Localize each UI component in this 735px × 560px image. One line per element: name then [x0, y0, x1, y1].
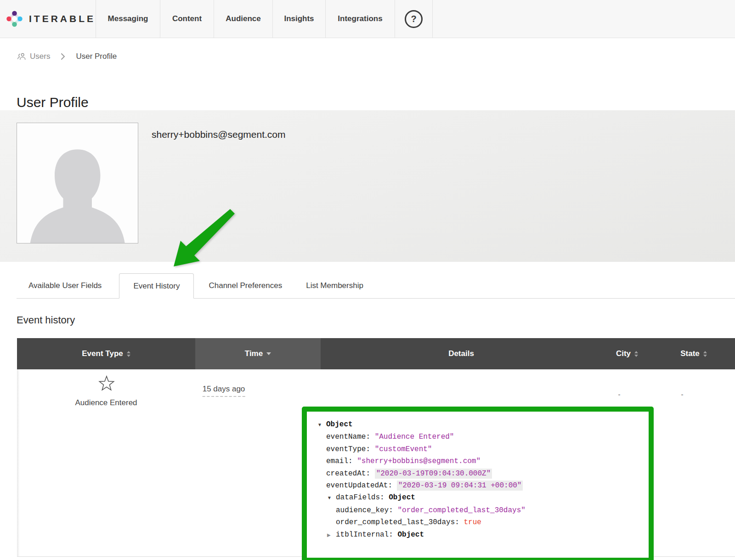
tab-channel-preferences[interactable]: Channel Preferences	[197, 273, 294, 298]
json-bool: true	[464, 518, 481, 526]
column-header-state[interactable]: State	[652, 338, 735, 369]
column-header-city[interactable]: City	[602, 338, 652, 369]
breadcrumb: Users User Profile	[17, 52, 117, 61]
json-obj: Object	[389, 493, 415, 502]
json-key: eventUpdatedAt:	[326, 481, 397, 490]
brand-name: ITERABLE	[29, 13, 96, 24]
json-str: "Audience Entered"	[375, 433, 454, 441]
column-label: Time	[245, 349, 263, 358]
json-line: email: "sherry+bobbins@segment.com"	[317, 455, 645, 467]
json-line: ▼dataFields: Object	[317, 492, 645, 504]
top-nav: ITERABLE MessagingContentAudienceInsight…	[0, 0, 735, 38]
event-row[interactable]: Audience Entered 15 days ago - - ▼Object…	[17, 369, 735, 557]
json-line: ▶itblInternal: Object	[317, 529, 645, 541]
breadcrumb-chevron-icon	[61, 53, 65, 60]
column-label: State	[680, 349, 700, 358]
section-heading: Event history	[17, 314, 75, 326]
json-line: eventName: "Audience Entered"	[317, 431, 645, 443]
sort-icon	[127, 351, 130, 357]
tab-available-user-fields[interactable]: Available User Fields	[17, 273, 113, 298]
json-line: eventUpdatedAt: "2020-03-19 09:04:31 +00…	[317, 480, 645, 492]
highlight-box: ▼ObjecteventName: "Audience Entered"even…	[302, 407, 654, 560]
profile-hero: sherry+bobbins@segment.com	[0, 110, 735, 262]
json-key: eventType:	[326, 445, 375, 453]
event-city-value: -	[618, 390, 621, 398]
nav-item-audience[interactable]: Audience	[214, 0, 272, 38]
brand[interactable]: ITERABLE	[0, 0, 96, 38]
json-line: order_completed_last_30days: true	[317, 516, 645, 528]
column-label: Details	[448, 349, 474, 358]
nav-item-insights[interactable]: Insights	[272, 0, 325, 38]
json-key: createdAt:	[326, 469, 375, 478]
json-key: eventName:	[326, 433, 375, 441]
table-header: Event TypeTimeDetailsCityState	[17, 338, 735, 369]
expand-toggle-icon[interactable]: ▶	[327, 529, 336, 541]
nav-item-integrations[interactable]: Integrations	[325, 0, 395, 38]
json-str: "sherry+bobbins@segment.com"	[357, 457, 481, 465]
nav-item-messaging[interactable]: Messaging	[96, 0, 160, 38]
sort-desc-icon	[266, 352, 271, 355]
column-header-event-type[interactable]: Event Type	[17, 338, 195, 369]
help-icon: ?	[405, 10, 423, 28]
json-line: createdAt: "2020-03-19T09:04:30.000Z"	[317, 468, 645, 480]
page-title: User Profile	[17, 95, 89, 110]
event-type-label: Audience Entered	[51, 398, 161, 407]
help-button[interactable]: ?	[395, 0, 433, 38]
json-line: audience_key: "order_completed_last_30da…	[317, 504, 645, 516]
user-profile-screen: ITERABLE MessagingContentAudienceInsight…	[0, 0, 735, 560]
tab-event-history[interactable]: Event History	[119, 273, 194, 299]
json-str: "order_completed_last_30days"	[397, 506, 525, 515]
primary-nav-items: MessagingContentAudienceInsightsIntegrat…	[96, 0, 395, 38]
column-header-details: Details	[321, 338, 602, 369]
json-obj: Object	[397, 531, 424, 539]
collapse-toggle-icon[interactable]: ▼	[317, 419, 326, 431]
avatar	[17, 123, 138, 243]
json-key: audience_key:	[336, 506, 397, 515]
iterable-logo-icon	[6, 6, 23, 32]
sort-icon	[634, 351, 638, 357]
event-state-value: -	[681, 390, 684, 398]
json-tree: ▼ObjecteventName: "Audience Entered"even…	[307, 412, 649, 541]
breadcrumb-current-label: User Profile	[76, 52, 117, 61]
custom-event-star-icon	[98, 375, 115, 393]
json-key: order_completed_last_30days:	[336, 518, 464, 526]
column-label: Event Type	[82, 349, 123, 358]
tabs: Available User FieldsEvent HistoryChanne…	[17, 273, 735, 298]
breadcrumb-users-link[interactable]: Users	[17, 52, 50, 61]
collapse-toggle-icon[interactable]: ▼	[327, 492, 336, 504]
tab-bar: Available User FieldsEvent HistoryChanne…	[17, 273, 735, 299]
json-str-hl: "2020-03-19T09:04:30.000Z"	[375, 469, 492, 479]
annotation-arrow	[167, 207, 236, 271]
breadcrumb-root-label: Users	[30, 52, 50, 61]
event-time[interactable]: 15 days ago	[203, 385, 245, 397]
sort-icon	[703, 351, 707, 357]
column-header-time[interactable]: Time	[195, 338, 321, 369]
nav-item-content[interactable]: Content	[160, 0, 214, 38]
json-key: email:	[326, 457, 357, 465]
json-str-hl: "2020-03-19 09:04:31 +00:00"	[397, 481, 523, 491]
tab-list-membership[interactable]: List Membership	[294, 273, 375, 298]
column-label: City	[616, 349, 631, 358]
profile-email: sherry+bobbins@segment.com	[152, 129, 286, 140]
users-icon	[17, 52, 27, 61]
json-obj: Object	[326, 420, 353, 429]
avatar-placeholder-icon	[24, 145, 130, 243]
json-line: ▼Object	[317, 419, 645, 431]
json-str: "customEvent"	[375, 445, 432, 453]
json-line: eventType: "customEvent"	[317, 443, 645, 455]
json-key: dataFields:	[336, 493, 389, 502]
json-key: itblInternal:	[336, 531, 397, 539]
